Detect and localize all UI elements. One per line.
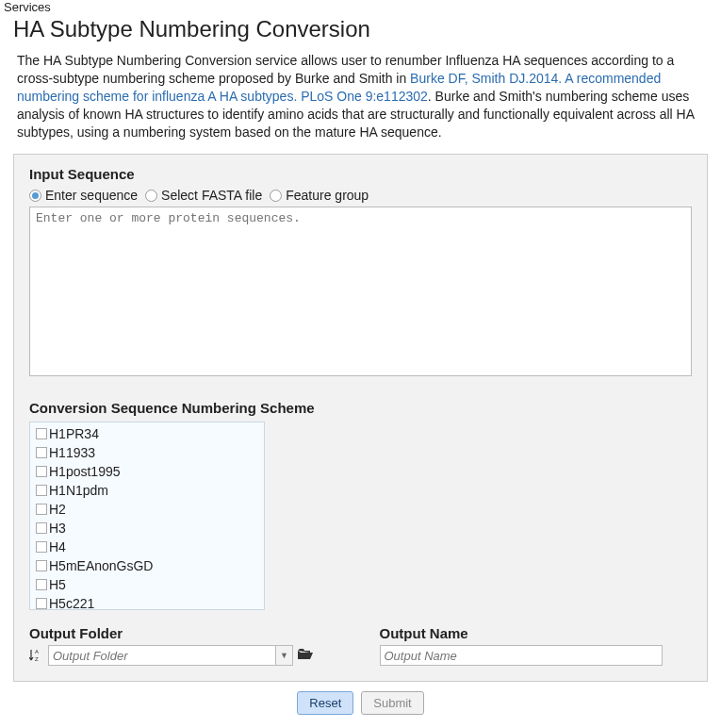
open-folder-icon[interactable] bbox=[297, 648, 314, 664]
radio-icon bbox=[29, 190, 41, 202]
scheme-item[interactable]: H1post1995 bbox=[30, 462, 264, 481]
reset-button[interactable]: Reset bbox=[297, 691, 353, 715]
scheme-label: H3 bbox=[49, 521, 66, 536]
svg-text:A: A bbox=[35, 649, 39, 654]
checkbox-icon bbox=[36, 447, 47, 458]
scheme-item[interactable]: H5mEAnonGsGD bbox=[30, 556, 264, 575]
checkbox-icon bbox=[36, 579, 47, 590]
checkbox-icon bbox=[36, 428, 47, 439]
radio-enter-sequence[interactable]: Enter sequence bbox=[29, 188, 138, 203]
checkbox-icon bbox=[36, 541, 47, 553]
output-name-input[interactable] bbox=[380, 645, 663, 666]
radio-feature-group[interactable]: Feature group bbox=[270, 188, 369, 203]
checkbox-icon bbox=[36, 598, 47, 609]
radio-icon bbox=[145, 190, 157, 202]
radio-icon bbox=[270, 190, 282, 202]
scheme-item[interactable]: H2 bbox=[30, 500, 264, 519]
output-name-label: Output Name bbox=[380, 625, 693, 641]
checkbox-icon bbox=[36, 522, 47, 534]
scheme-label: H5 bbox=[49, 577, 66, 592]
radio-label: Select FASTA file bbox=[161, 188, 262, 203]
sequence-input[interactable] bbox=[29, 207, 692, 376]
radio-select-fasta[interactable]: Select FASTA file bbox=[145, 188, 262, 203]
checkbox-icon bbox=[36, 485, 47, 496]
radio-label: Enter sequence bbox=[45, 188, 138, 203]
scheme-item[interactable]: H5 bbox=[30, 575, 264, 594]
scheme-label: H2 bbox=[49, 502, 66, 517]
radio-label: Feature group bbox=[286, 188, 369, 203]
checkbox-icon bbox=[36, 560, 47, 571]
chevron-down-icon[interactable]: ▼ bbox=[275, 646, 292, 665]
scheme-item[interactable]: H11933 bbox=[30, 443, 264, 462]
scheme-item[interactable]: H4 bbox=[30, 538, 264, 556]
input-sequence-title: Input Sequence bbox=[29, 166, 692, 182]
scheme-item[interactable]: H1PR34 bbox=[30, 424, 264, 443]
breadcrumb: Services bbox=[0, 0, 721, 14]
checkbox-icon bbox=[36, 466, 47, 477]
form-panel: Input Sequence Enter sequence Select FAS… bbox=[13, 154, 708, 682]
svg-text:Z: Z bbox=[35, 656, 39, 662]
scheme-listbox[interactable]: H1PR34 H11933 H1post1995 H1N1pdm H2 H3 H… bbox=[29, 422, 265, 610]
scheme-label: H1N1pdm bbox=[49, 483, 108, 498]
checkbox-icon bbox=[36, 504, 47, 515]
intro-text: The HA Subtype Numbering Conversion serv… bbox=[17, 52, 704, 141]
scheme-label: H5mEAnonGsGD bbox=[49, 558, 153, 573]
submit-button[interactable]: Submit bbox=[361, 691, 423, 715]
sort-az-icon[interactable]: AZ bbox=[29, 648, 42, 663]
scheme-label: H1PR34 bbox=[49, 426, 99, 441]
output-folder-input[interactable] bbox=[49, 646, 275, 665]
input-mode-radios: Enter sequence Select FASTA file Feature… bbox=[29, 188, 692, 203]
scheme-label: H4 bbox=[49, 539, 66, 554]
page-title: HA Subtype Numbering Conversion bbox=[13, 16, 721, 42]
scheme-item[interactable]: H1N1pdm bbox=[30, 481, 264, 500]
output-folder-combo[interactable]: ▼ bbox=[48, 645, 293, 666]
scheme-label: H11933 bbox=[49, 445, 95, 460]
scheme-label: H5c221 bbox=[49, 596, 94, 610]
scheme-title: Conversion Sequence Numbering Scheme bbox=[29, 400, 692, 416]
scheme-label: H1post1995 bbox=[49, 464, 121, 479]
scheme-item[interactable]: H3 bbox=[30, 519, 264, 538]
scheme-item[interactable]: H5c221 bbox=[30, 594, 264, 610]
output-folder-label: Output Folder bbox=[29, 625, 342, 641]
